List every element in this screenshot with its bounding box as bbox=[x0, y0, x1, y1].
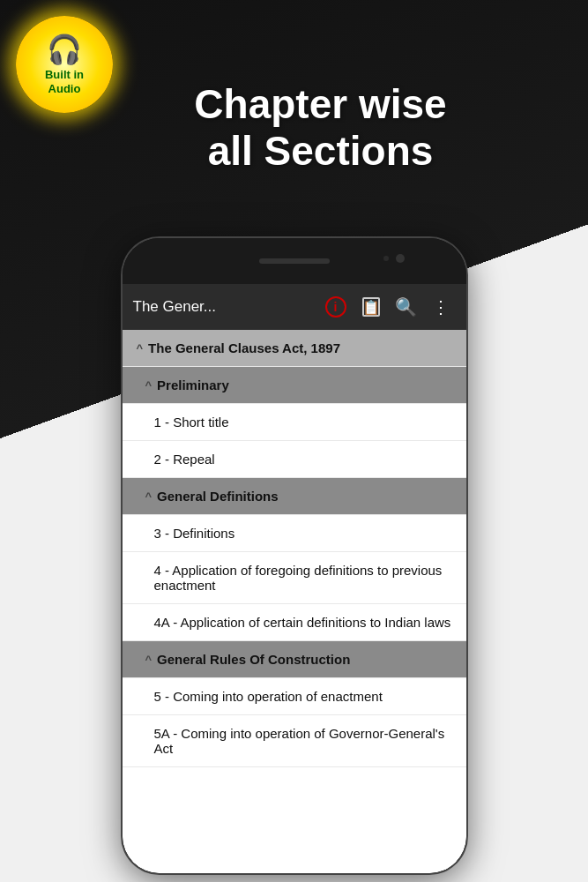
chapter-label: The General Clauses Act, 1897 bbox=[148, 340, 340, 355]
toc-list: ^ The General Clauses Act, 1897 ^ Prelim… bbox=[123, 330, 466, 873]
phone-frame: The Gener... i 📋 🔍 ⋮ ^ The General Claus… bbox=[123, 238, 466, 873]
caret-icon: ^ bbox=[145, 490, 153, 503]
search-icon: 🔍 bbox=[395, 296, 417, 318]
phone-top bbox=[123, 238, 466, 284]
list-item[interactable]: 5 - Coming into operation of enactment bbox=[123, 678, 466, 715]
section-label: 5A - Coming into operation of Governor-G… bbox=[154, 726, 445, 756]
header-area: 🎧 Built inAudio Chapter wise all Section… bbox=[0, 0, 588, 256]
search-button[interactable]: 🔍 bbox=[392, 293, 421, 321]
section-label: 4 - Application of foregoing definitions… bbox=[154, 563, 443, 593]
section-label: 5 - Coming into operation of enactment bbox=[154, 689, 383, 704]
list-item[interactable]: 5A - Coming into operation of Governor-G… bbox=[123, 715, 466, 767]
section-group-rules[interactable]: ^ General Rules Of Construction bbox=[123, 641, 466, 678]
info-button[interactable]: i bbox=[322, 293, 350, 321]
audio-badge: 🎧 Built inAudio bbox=[16, 16, 113, 113]
list-item[interactable]: 2 - Repeal bbox=[123, 441, 466, 478]
app-toolbar: The Gener... i 📋 🔍 ⋮ bbox=[123, 284, 466, 330]
caret-icon: ^ bbox=[145, 378, 153, 392]
list-item[interactable]: 3 - Definitions bbox=[123, 515, 466, 552]
more-icon: ⋮ bbox=[432, 296, 450, 318]
section-group-preliminary[interactable]: ^ Preliminary bbox=[123, 367, 466, 404]
section-label: 1 - Short title bbox=[154, 415, 229, 430]
section-group-label: General Rules Of Construction bbox=[157, 652, 350, 667]
section-group-label: Preliminary bbox=[157, 377, 229, 392]
info-icon: i bbox=[325, 296, 346, 318]
section-label: 4A - Application of certain definitions … bbox=[154, 615, 451, 630]
page-title: Chapter wise all Sections bbox=[194, 81, 446, 175]
badge-text: Built inAudio bbox=[45, 68, 84, 95]
headphone-icon: 🎧 bbox=[47, 33, 82, 66]
list-item[interactable]: 4A - Application of certain definitions … bbox=[123, 604, 466, 641]
section-group-label: General Definitions bbox=[157, 489, 279, 504]
list-item[interactable]: 4 - Application of foregoing definitions… bbox=[123, 552, 466, 604]
section-label: 2 - Repeal bbox=[154, 452, 215, 467]
caret-icon: ^ bbox=[137, 341, 144, 355]
list-item[interactable]: 1 - Short title bbox=[123, 404, 466, 441]
caret-icon: ^ bbox=[145, 653, 153, 666]
phone-sensor bbox=[383, 256, 389, 261]
section-group-definitions[interactable]: ^ General Definitions bbox=[123, 478, 466, 515]
more-button[interactable]: ⋮ bbox=[428, 293, 456, 321]
phone-speaker bbox=[259, 258, 330, 264]
clipboard-icon: 📋 bbox=[362, 297, 380, 317]
chapter-item[interactable]: ^ The General Clauses Act, 1897 bbox=[123, 330, 466, 367]
phone-camera bbox=[396, 254, 405, 263]
clipboard-button[interactable]: 📋 bbox=[357, 293, 385, 321]
toolbar-title: The Gener... bbox=[133, 298, 315, 316]
phone-screen: The Gener... i 📋 🔍 ⋮ ^ The General Claus… bbox=[123, 284, 466, 873]
section-label: 3 - Definitions bbox=[154, 526, 235, 541]
